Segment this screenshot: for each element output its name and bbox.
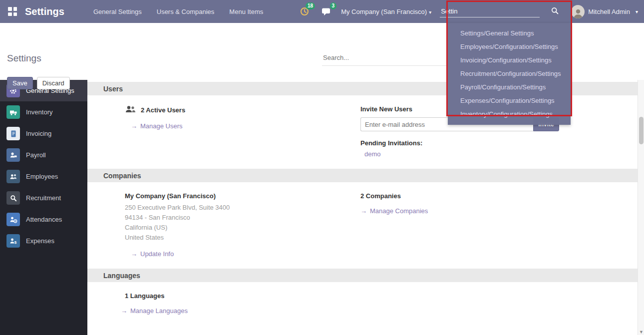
scrollbar-thumb[interactable] — [639, 117, 644, 144]
company-name: My Company (San Francisco) — [125, 192, 360, 200]
navbar-menus: General Settings Users & Companies Menu … — [93, 8, 263, 15]
search-result-item[interactable]: Payroll/Configuration/Settings — [448, 80, 571, 94]
companies-count-block: 2 Companies → Manage Companies — [360, 192, 618, 258]
sidebar-item-invoicing[interactable]: Invoicing — [0, 123, 87, 144]
user-menu[interactable]: Mitchell Admin ▾ — [571, 5, 638, 18]
languages-count: 1 Languages — [125, 292, 618, 300]
company-switcher[interactable]: My Company (San Francisco)▾ — [341, 8, 431, 15]
activity-clock-icon[interactable]: 18 — [298, 6, 311, 17]
menu-users-companies[interactable]: Users & Companies — [157, 8, 215, 15]
user-name-label: Mitchell Admin — [588, 8, 630, 15]
recruitment-magnifier-icon — [6, 191, 20, 205]
scrollbar-down-arrow[interactable]: ▼ — [638, 330, 644, 335]
page-title: Settings — [7, 53, 41, 64]
messages-count-badge: 3 — [330, 2, 337, 9]
apps-grid-icon[interactable] — [8, 7, 17, 16]
inventory-truck-icon — [6, 105, 20, 119]
sidebar-item-attendances[interactable]: Attendances — [0, 209, 87, 230]
expenses-icon: $ — [6, 234, 20, 248]
address-line: 250 Executive Park Blvd, Suite 3400 — [125, 203, 360, 213]
navbar-app-title[interactable]: Settings — [25, 6, 64, 17]
search-result-item[interactable]: Settings/General Settings — [448, 26, 571, 40]
update-info-label: Update Info — [140, 250, 174, 258]
navbar-menu-search — [440, 0, 563, 23]
sidebar-item-recruitment[interactable]: Recruitment — [0, 187, 87, 209]
menu-general-settings[interactable]: General Settings — [93, 8, 142, 15]
search-result-item[interactable]: Inventory/Configuration/Settings — [448, 107, 571, 121]
companies-section: Companies My Company (San Francisco) 250… — [87, 169, 638, 267]
companies-section-header: Companies — [87, 169, 638, 182]
company-switcher-label: My Company (San Francisco) — [341, 8, 427, 15]
employees-people-icon — [6, 170, 20, 183]
activity-count-badge: 18 — [306, 2, 315, 9]
sidebar-item-label: Invoicing — [26, 130, 51, 137]
user-avatar — [571, 5, 585, 18]
top-navbar: Settings General Settings Users & Compan… — [0, 0, 644, 23]
sidebar-item-inventory[interactable]: Inventory — [0, 101, 87, 123]
company-address: 250 Executive Park Blvd, Suite 3400 9413… — [125, 203, 360, 243]
control-panel-buttons: Save Discard — [7, 77, 70, 89]
vertical-scrollbar[interactable]: ▼ — [638, 80, 644, 335]
manage-languages-link[interactable]: → Manage Languages — [121, 307, 188, 315]
active-users-count: 2 Active Users — [141, 106, 185, 114]
menu-search-input[interactable] — [440, 5, 540, 17]
users-group-icon — [125, 105, 136, 115]
menu-menu-items[interactable]: Menu Items — [229, 8, 263, 15]
languages-section-header: Languages — [87, 269, 638, 282]
caret-down-icon: ▾ — [636, 9, 638, 14]
sidebar-item-payroll[interactable]: Payroll — [0, 144, 87, 166]
caret-down-icon: ▾ — [429, 9, 431, 15]
svg-text:$: $ — [14, 240, 16, 245]
arrow-right-icon: → — [131, 122, 137, 130]
update-info-link[interactable]: → Update Info — [131, 250, 174, 258]
messages-bubble-icon[interactable]: 3 — [320, 6, 332, 17]
sidebar-item-label: Attendances — [26, 216, 62, 223]
navbar-right-group: 18 3 My Company (San Francisco)▾ — [298, 0, 640, 23]
sidebar-item-label: Payroll — [26, 151, 46, 159]
search-result-item[interactable]: Expenses/Configuration/Settings — [448, 94, 571, 107]
sidebar-item-label: Employees — [26, 173, 58, 180]
company-info-block: My Company (San Francisco) 250 Executive… — [125, 192, 360, 258]
companies-count: 2 Companies — [360, 192, 618, 200]
manage-users-label: Manage Users — [140, 122, 183, 130]
manage-companies-label: Manage Companies — [370, 207, 428, 215]
discard-button[interactable]: Discard — [37, 77, 70, 89]
pending-invitations-label: Pending Invitations: — [360, 139, 618, 147]
sidebar-item-label: Expenses — [26, 237, 54, 245]
arrow-right-icon: → — [121, 307, 127, 315]
save-button[interactable]: Save — [7, 77, 33, 89]
sidebar-item-label: Recruitment — [26, 194, 61, 202]
manage-companies-link[interactable]: → Manage Companies — [360, 207, 428, 215]
address-line: United States — [125, 233, 360, 243]
invoicing-document-icon — [6, 127, 20, 140]
attendances-clock-icon — [6, 213, 20, 226]
settings-sidebar: General Settings Inventory — [0, 80, 87, 335]
menu-search-results-dropdown: Settings/General Settings Employees/Conf… — [448, 23, 571, 125]
search-result-item[interactable]: Recruitment/Configuration/Settings — [448, 67, 571, 80]
address-line: 94134 - San Francisco — [125, 213, 360, 223]
manage-users-link[interactable]: → Manage Users — [131, 122, 183, 130]
languages-section: Languages 1 Languages → Manage Languages — [87, 269, 638, 324]
search-icon[interactable] — [551, 7, 559, 16]
search-result-item[interactable]: Invoicing/Configuration/Settings — [448, 53, 571, 67]
arrow-right-icon: → — [360, 207, 367, 215]
manage-languages-label: Manage Languages — [130, 307, 188, 315]
payroll-icon — [6, 148, 20, 162]
address-line: California (US) — [125, 223, 360, 233]
sidebar-item-label: Inventory — [26, 108, 52, 116]
sidebar-item-expenses[interactable]: $ Expenses — [0, 230, 87, 252]
pending-invitation-tag[interactable]: demo — [364, 150, 381, 158]
sidebar-item-employees[interactable]: Employees — [0, 166, 87, 187]
search-result-item[interactable]: Employees/Configuration/Settings — [448, 40, 571, 53]
arrow-right-icon: → — [131, 250, 137, 258]
active-users-block: 2 Active Users → Manage Users — [125, 105, 360, 158]
